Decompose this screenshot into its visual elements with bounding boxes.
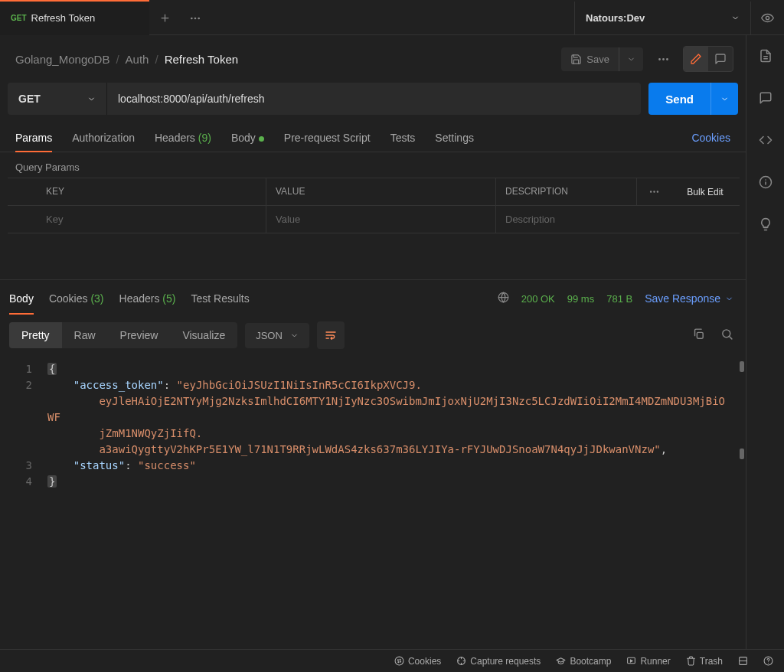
svg-point-3 xyxy=(766,16,769,19)
save-dropdown[interactable] xyxy=(619,47,643,71)
tab-params[interactable]: Params xyxy=(15,124,52,152)
response-size: 781 B xyxy=(606,293,632,305)
network-icon[interactable] xyxy=(498,292,509,305)
tab-bar: GET Refresh Token Natours:Dev xyxy=(0,2,784,35)
col-options-icon[interactable] xyxy=(637,178,671,205)
svg-point-4 xyxy=(658,58,659,59)
footer-layout-icon[interactable] xyxy=(738,656,748,666)
save-button[interactable]: Save xyxy=(561,47,619,71)
response-time: 99 ms xyxy=(567,293,594,305)
save-response-button[interactable]: Save Response xyxy=(645,292,733,305)
cookies-link[interactable]: Cookies xyxy=(691,124,730,152)
param-row[interactable]: Key Value Description xyxy=(8,205,740,233)
tab-tests[interactable]: Tests xyxy=(390,124,416,152)
param-key-input[interactable]: Key xyxy=(8,206,266,233)
query-params-title: Query Params xyxy=(0,152,746,178)
svg-point-0 xyxy=(191,18,192,18)
footer-help-icon[interactable] xyxy=(763,656,773,666)
http-method: GET xyxy=(18,93,41,105)
response-body[interactable]: 1{ 2 "access_token": "eyJhbGciOiJSUzI1Ni… xyxy=(0,357,746,649)
right-sidebar xyxy=(746,35,784,649)
http-method-select[interactable]: GET xyxy=(8,83,107,115)
breadcrumb-request: Refresh Token xyxy=(165,53,238,66)
svg-point-14 xyxy=(395,657,403,665)
comment-mode-icon[interactable] xyxy=(708,47,733,71)
new-tab-button[interactable] xyxy=(149,12,180,24)
tab-settings[interactable]: Settings xyxy=(435,124,474,152)
resp-tab-cookies[interactable]: Cookies (3) xyxy=(49,288,104,309)
info-icon[interactable] xyxy=(759,175,773,191)
tips-icon[interactable] xyxy=(759,217,773,233)
comments-icon[interactable] xyxy=(759,91,773,107)
format-select[interactable]: JSON xyxy=(245,323,309,348)
send-dropdown[interactable] xyxy=(710,83,738,115)
send-button[interactable]: Send xyxy=(648,83,710,115)
tab-headers[interactable]: Headers (9) xyxy=(155,124,211,152)
code-icon[interactable] xyxy=(759,133,773,149)
tab-menu-icon[interactable] xyxy=(180,12,211,24)
environment-name: Natours:Dev xyxy=(586,12,645,24)
view-visualize[interactable]: Visualize xyxy=(170,322,237,348)
footer-trash[interactable]: Trash xyxy=(686,656,723,667)
documentation-icon[interactable] xyxy=(759,49,773,65)
col-description: DESCRIPTION xyxy=(496,178,637,205)
resp-tab-tests[interactable]: Test Results xyxy=(191,288,249,309)
url-input[interactable] xyxy=(107,83,641,115)
footer-capture[interactable]: Capture requests xyxy=(456,656,541,667)
svg-point-18 xyxy=(400,661,401,662)
copy-response-icon[interactable] xyxy=(692,328,705,343)
param-desc-input[interactable]: Description xyxy=(496,206,740,233)
tab-authorization[interactable]: Authorization xyxy=(72,124,135,152)
svg-point-9 xyxy=(657,191,658,192)
param-value-input[interactable]: Value xyxy=(266,206,496,233)
svg-rect-11 xyxy=(697,332,703,338)
footer-bootcamp[interactable]: Bootcamp xyxy=(556,656,611,667)
wrap-lines-icon[interactable] xyxy=(317,321,345,349)
svg-point-5 xyxy=(662,58,663,59)
edit-mode-icon[interactable] xyxy=(684,47,708,71)
status-bar: Cookies Capture requests Bootcamp Runner… xyxy=(0,649,784,672)
col-value: VALUE xyxy=(266,178,496,205)
svg-point-7 xyxy=(650,191,651,192)
tab-body[interactable]: Body xyxy=(231,124,264,152)
footer-cookies[interactable]: Cookies xyxy=(394,656,441,667)
svg-point-1 xyxy=(194,18,195,18)
environment-selector[interactable]: Natours:Dev xyxy=(574,2,750,35)
tab-prerequest[interactable]: Pre-request Script xyxy=(284,124,371,152)
bulk-edit-button[interactable]: Bulk Edit xyxy=(671,178,740,205)
col-key: KEY xyxy=(8,178,266,205)
resp-tab-body[interactable]: Body xyxy=(9,288,34,309)
svg-point-8 xyxy=(653,191,654,192)
svg-point-2 xyxy=(198,18,199,18)
tab-method: GET xyxy=(11,14,27,22)
tab-title: Refresh Token xyxy=(31,12,96,24)
view-pretty[interactable]: Pretty xyxy=(9,322,62,348)
footer-runner[interactable]: Runner xyxy=(626,656,670,667)
environment-quicklook-icon[interactable] xyxy=(750,2,784,35)
search-response-icon[interactable] xyxy=(720,328,733,343)
tab-refresh-token[interactable]: GET Refresh Token xyxy=(0,2,149,35)
view-preview[interactable]: Preview xyxy=(108,322,171,348)
svg-point-15 xyxy=(397,660,398,661)
resp-tab-headers[interactable]: Headers (5) xyxy=(119,288,176,309)
more-actions-icon[interactable] xyxy=(651,47,675,71)
breadcrumb-collection[interactable]: Golang_MongoDB xyxy=(15,53,109,66)
view-raw[interactable]: Raw xyxy=(62,322,108,348)
save-label: Save xyxy=(586,54,609,65)
breadcrumb: Golang_MongoDB / Auth / Refresh Token xyxy=(15,53,238,66)
svg-point-17 xyxy=(398,662,399,663)
query-params-table: KEY VALUE DESCRIPTION Bulk Edit Key Valu… xyxy=(8,178,740,233)
status-code: 200 OK xyxy=(521,293,555,305)
svg-point-16 xyxy=(400,659,400,660)
breadcrumb-folder[interactable]: Auth xyxy=(126,53,149,66)
svg-point-6 xyxy=(666,58,667,59)
